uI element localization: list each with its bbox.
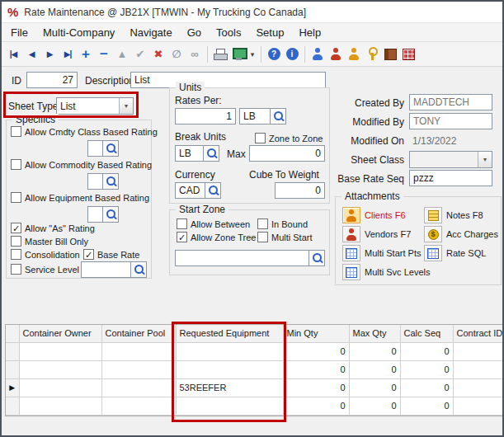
attachment-vendors[interactable]: Vendors F7 [342, 226, 411, 242]
allow-as-rating-checkbox[interactable]: ✓ Allow "As" Rating [11, 223, 95, 233]
menu-go[interactable]: Go [180, 25, 209, 40]
in-bound-checkbox[interactable]: In Bound [257, 218, 308, 229]
save-button[interactable]: ✔ [132, 45, 148, 63]
row-selector[interactable] [6, 360, 19, 378]
cell-container-owner[interactable] [19, 360, 101, 378]
service-level-field[interactable] [81, 261, 130, 278]
row-selector[interactable] [6, 342, 19, 360]
cell-container-owner[interactable] [19, 342, 101, 360]
cell-contract-id[interactable] [453, 378, 503, 397]
search-icon[interactable] [130, 261, 147, 278]
cancel-button[interactable]: ✖ [150, 45, 167, 63]
menu-navigate[interactable]: Navigate [122, 25, 179, 40]
rate-grid-button[interactable] [400, 45, 417, 63]
ledger-button[interactable] [382, 45, 398, 63]
sheet-type-combo[interactable]: List ▼ [56, 97, 134, 115]
screens-dropdown-arrow[interactable]: ▾ [248, 45, 257, 63]
attachment-multi-svc-levels[interactable]: Multi Svc Levels [342, 264, 430, 280]
attachment-rate-sql[interactable]: Rate SQL [424, 245, 486, 261]
attachment-acc-charges[interactable]: Acc Charges [424, 226, 498, 242]
col-requested-equipment[interactable]: Requested Equipment [176, 325, 283, 342]
allow-commodity-checkbox[interactable]: Allow Commodity Based Rating [11, 159, 152, 170]
start-zone-field[interactable] [175, 250, 309, 266]
menu-tools[interactable]: Tools [209, 25, 248, 40]
cell-calc-seq[interactable]: 0 [400, 342, 453, 360]
multi-start-checkbox[interactable]: Multi Start [257, 232, 313, 242]
cell-contract-id[interactable] [453, 360, 503, 378]
consolidation-checkbox[interactable]: Consolidation [11, 249, 80, 260]
col-container-owner[interactable]: Container Owner [19, 325, 101, 342]
allow-cmdty-class-checkbox[interactable]: Allow Cmdty Class Based Rating [11, 126, 158, 137]
cell-calc-seq[interactable]: 0 [400, 397, 453, 415]
cell-container-owner[interactable] [19, 378, 101, 397]
break-units-field[interactable]: LB [175, 145, 203, 162]
cell-contract-id[interactable] [453, 397, 503, 415]
previous-record-button[interactable]: ◀ [23, 45, 40, 63]
row-selector[interactable] [6, 397, 19, 415]
commodity-field[interactable] [87, 173, 102, 190]
user-blue-button[interactable] [309, 45, 326, 63]
glasses-icon[interactable]: ∞ [186, 45, 203, 63]
cell-min-qty[interactable]: 0 [283, 342, 349, 360]
cell-requested-equipment[interactable] [176, 360, 283, 378]
cmdty-class-field[interactable] [87, 140, 102, 157]
menu-help[interactable]: Help [291, 25, 328, 40]
col-min-qty[interactable]: Min Qty [283, 325, 349, 342]
cell-max-qty[interactable]: 0 [349, 397, 400, 415]
id-field[interactable]: 27 [26, 72, 78, 88]
col-container-pool[interactable]: Container Pool [101, 325, 176, 342]
master-bill-only-checkbox[interactable]: Master Bill Only [11, 236, 88, 247]
sheet-class-combo[interactable]: ▼ [409, 151, 492, 168]
search-icon[interactable] [102, 206, 119, 223]
user-gold-button[interactable] [346, 45, 362, 63]
attachment-notes[interactable]: Notes F8 [424, 207, 483, 223]
cube-to-weight-field[interactable]: 0 [275, 182, 325, 199]
attachment-multi-start-pts[interactable]: Multi Start Pts [342, 245, 421, 261]
cell-container-pool[interactable] [101, 360, 176, 378]
security-button[interactable] [364, 45, 380, 63]
allow-between-checkbox[interactable]: Allow Between [177, 218, 250, 229]
zone-to-zone-checkbox[interactable]: Zone to Zone [255, 133, 323, 143]
restore-button[interactable]: ▲ [114, 45, 130, 63]
cell-container-pool[interactable] [101, 378, 176, 397]
allow-zone-tree-checkbox[interactable]: ✓ Allow Zone Tree [177, 232, 256, 242]
cell-container-pool[interactable] [101, 397, 176, 415]
col-max-qty[interactable]: Max Qty [349, 325, 400, 342]
base-rate-seq-field[interactable]: pzzz [409, 170, 492, 186]
search-icon[interactable] [270, 108, 286, 125]
menu-file[interactable]: File [3, 25, 35, 40]
search-icon[interactable] [102, 140, 119, 157]
last-record-button[interactable]: ▶| [59, 45, 76, 63]
allow-equipment-checkbox[interactable]: Allow Equipment Based Rating [11, 192, 149, 203]
delete-record-button[interactable]: − [96, 45, 112, 63]
service-level-checkbox[interactable]: Service Level [11, 264, 79, 275]
cell-calc-seq[interactable]: 0 [400, 378, 453, 397]
max-field[interactable]: 0 [249, 145, 325, 162]
cell-requested-equipment[interactable] [176, 397, 283, 415]
description-field[interactable]: List [130, 72, 326, 88]
search-icon[interactable] [203, 145, 219, 162]
about-button[interactable]: i [284, 45, 300, 63]
next-record-button[interactable]: ▶ [41, 45, 58, 63]
cell-min-qty[interactable]: 0 [283, 360, 349, 378]
col-calc-seq[interactable]: Calc Seq [400, 325, 453, 342]
cell-max-qty[interactable]: 0 [349, 378, 400, 397]
first-record-button[interactable]: |◀ [5, 45, 21, 63]
base-rate-checkbox[interactable]: ✓ Base Rate [83, 249, 139, 260]
attachment-clients[interactable]: Clients F6 [342, 207, 406, 223]
search-icon[interactable] [309, 250, 325, 266]
menu-multi-company[interactable]: Multi-Company [35, 25, 122, 40]
cell-contract-id[interactable] [453, 342, 503, 360]
help-button[interactable]: ? [266, 45, 282, 63]
cell-requested-equipment[interactable]: 53REEFER [176, 378, 283, 397]
col-contract-id[interactable]: Contract ID [453, 325, 503, 342]
current-row-marker[interactable]: ▶ [6, 378, 19, 397]
user-red-button[interactable] [327, 45, 344, 63]
cell-calc-seq[interactable]: 0 [400, 360, 453, 378]
search-icon[interactable] [102, 173, 119, 190]
chevron-down-icon[interactable]: ▼ [478, 152, 492, 167]
search-icon[interactable] [205, 182, 221, 199]
cell-container-pool[interactable] [101, 342, 176, 360]
screens-button[interactable] [230, 45, 247, 63]
equipment-field[interactable] [87, 206, 102, 223]
